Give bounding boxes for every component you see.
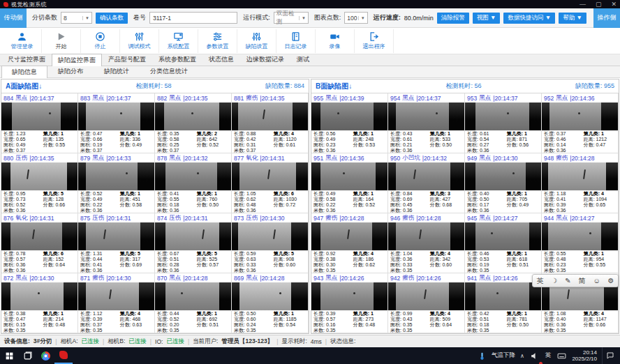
weather-text[interactable]: 气温下降 [492, 351, 515, 360]
defect-image[interactable] [155, 282, 231, 310]
start-button-icon[interactable] [0, 347, 18, 364]
defect-cell[interactable]: 882黑点|20:14:35长度: 0.35第几类: 2宽度: 0.58距离: … [155, 93, 232, 153]
help-menu-button[interactable]: 帮助 ▼ [559, 13, 586, 24]
defect-cell[interactable]: 943黑点|20:14:26长度: 0.39第几类: 1宽度: 0.57距离: … [311, 273, 388, 333]
weather-icon[interactable] [477, 347, 487, 364]
browser-icon[interactable] [36, 347, 54, 364]
defect-cell[interactable]: 947擦伤|20:14:28长度: 0.92第几类: 4宽度: 0.38距离: … [311, 213, 388, 273]
defect-image[interactable] [388, 282, 464, 310]
defect-image[interactable] [465, 103, 541, 130]
defect-image[interactable] [465, 162, 541, 190]
defect-cell[interactable]: 871擦伤|20:14:30长度: 1.12第几类: 4宽度: 0.39距离: … [78, 273, 155, 333]
panel-a-title[interactable]: A面缺陷图↓ [6, 82, 42, 91]
defect-image[interactable] [155, 222, 231, 250]
roll-number-input[interactable]: 3117-1 [149, 12, 237, 24]
tab-main-3[interactable]: 产品型号配置 [102, 53, 152, 66]
defect-cell[interactable]: 878黑点|20:14:32长度: 0.41第几类: 1宽度: 0.55距离: … [155, 153, 232, 213]
action-center-icon[interactable] [602, 347, 617, 364]
action-system-config-button[interactable]: 系统配置 [159, 29, 198, 53]
defect-image[interactable] [1, 282, 78, 310]
drive-side-button[interactable]: 传动侧 [0, 8, 27, 28]
defect-cell[interactable]: 950小凹坑|20:14:32长度: 0.84第几类: 3宽度: 0.69距离:… [388, 153, 465, 213]
tab-main-7[interactable]: 测试 [290, 53, 316, 66]
defect-image[interactable] [1, 222, 78, 250]
defect-cell[interactable]: 875压伤|20:14:31长度: 1.31第几类: 5宽度: 0.44距离: … [78, 213, 155, 273]
panel-b-title[interactable]: B面缺陷图↓ [316, 82, 352, 91]
defect-cell[interactable]: 953黑点|20:14:37长度: 0.61第几类: 1宽度: 0.54距离: … [465, 93, 542, 153]
tab-sub-4[interactable]: 分类信息统计 [140, 65, 198, 77]
defect-cell[interactable]: 951黑点|20:14:36长度: 0.49第几类: 1宽度: 0.58距离: … [311, 153, 388, 213]
defect-cell[interactable]: 883黑点|20:14:37长度: 0.47第几类: 1宽度: 0.66距离: … [78, 93, 155, 153]
defect-cell[interactable]: 873压伤|20:14:30长度: 0.59第几类: 5宽度: 0.63距离: … [232, 213, 309, 273]
view-menu-button[interactable]: 视图 ▼ [473, 13, 501, 24]
tab-sub-3[interactable]: 缺陷统计 [94, 65, 140, 77]
simplified-icon[interactable]: 简 [579, 276, 586, 286]
tab-main-6[interactable]: 边缘数据记录 [240, 53, 290, 66]
defect-cell[interactable]: 948擦伤|20:14:28长度: 1.18第几类: 4宽度: 0.41距离: … [542, 153, 619, 213]
defect-image[interactable] [1, 162, 78, 190]
defect-image[interactable] [232, 222, 308, 250]
defect-cell[interactable]: 941黑点|20:14:26长度: 0.42第几类: 1宽度: 0.51距离: … [465, 273, 542, 333]
action-param-settings-button[interactable]: 参数设置 [198, 29, 237, 53]
defect-cell[interactable]: 949黑点|20:14:30长度: 0.40第几类: 1宽度: 0.50距离: … [465, 153, 542, 213]
defect-image[interactable] [311, 103, 388, 130]
clear-alarm-button[interactable]: 清除报警 [437, 13, 469, 24]
defect-cell[interactable]: 876氧化|20:14:31长度: 0.78第几类: 6宽度: 0.57距离: … [1, 213, 78, 273]
defect-image[interactable] [78, 282, 154, 310]
defect-image[interactable] [1, 103, 78, 130]
action-defect-settings-button[interactable]: 缺陷设置 [237, 29, 276, 53]
defect-image[interactable] [232, 282, 308, 310]
operator-side-button[interactable]: 操作侧 [593, 8, 620, 28]
defect-cell[interactable]: 881擦伤|20:14:35长度: 0.88第几类: 4宽度: 0.42距离: … [232, 93, 309, 153]
defect-image[interactable] [388, 162, 464, 190]
defect-image[interactable] [542, 103, 618, 130]
defect-cell[interactable]: 869黑点|20:14:28长度: 0.50第几类: 1宽度: 0.60距离: … [232, 273, 309, 333]
defect-image[interactable] [155, 162, 231, 190]
action-log-record-button[interactable]: 日志记录 [276, 29, 316, 53]
emoji-icon[interactable]: ☺ [593, 277, 600, 285]
defect-cell[interactable]: 945黑点|20:14:27长度: 0.46第几类: 1宽度: 0.53距离: … [465, 213, 542, 273]
tab-sub-1[interactable]: 缺陷信息 [1, 66, 47, 78]
action-debug-mode-button[interactable]: 调试模式 [120, 29, 159, 53]
defect-cell[interactable]: 942擦伤|20:14:26长度: 0.99第几类: 4宽度: 0.43距离: … [388, 273, 465, 333]
defect-cell[interactable]: 955黑点|20:14:39长度: 0.56第几类: 1宽度: 0.49距离: … [311, 93, 388, 153]
tab-main-4[interactable]: 系统参数配置 [152, 53, 202, 66]
inspection-app-taskbar-icon[interactable] [54, 347, 73, 364]
defect-cell[interactable]: 946擦伤|20:14:28长度: 1.04第几类: 4宽度: 0.36距离: … [388, 213, 465, 273]
close-icon[interactable]: ✕ [611, 0, 617, 8]
defect-image[interactable] [311, 282, 388, 310]
defect-cell[interactable]: 874压伤|20:14:31长度: 0.67第几类: 5宽度: 0.51距离: … [155, 213, 232, 273]
defect-cell[interactable]: 954黑点|20:14:37长度: 0.43第几类: 1宽度: 0.61距离: … [388, 93, 465, 153]
defect-cell[interactable]: 880压伤|20:14:35长度: 0.95第几类: 5宽度: 0.73距离: … [1, 153, 78, 213]
tab-main-2[interactable]: 缺陷监控界面 [52, 54, 102, 66]
settings-icon[interactable]: ⚙ [608, 277, 614, 285]
defect-cell[interactable]: 952黑点|20:14:36长度: 0.37第几类: 1宽度: 0.46距离: … [542, 93, 619, 153]
task-view-icon[interactable] [18, 347, 36, 364]
tray-expand-icon[interactable]: ∧ [520, 353, 524, 359]
volume-icon[interactable] [529, 347, 540, 364]
run-mode-select[interactable]: 双面检测▼ [274, 12, 309, 24]
defect-cell[interactable]: 884黑点|20:14:37长度: 1.23第几类: 1宽度: 0.65距离: … [1, 93, 78, 153]
defect-cell[interactable]: 872黑点|20:14:30长度: 0.38第几类: 1宽度: 0.47距离: … [1, 273, 78, 333]
action-stop-button[interactable]: 停止 [81, 29, 120, 53]
tab-sub-2[interactable]: 缺陷分布 [47, 65, 94, 77]
defect-image[interactable] [78, 162, 154, 190]
lang-toggle[interactable]: 英 [536, 276, 543, 286]
chart-points-select[interactable]: 100▼ [344, 12, 367, 24]
tab-main-5[interactable]: 状态信息 [202, 53, 240, 66]
defect-image[interactable] [388, 103, 464, 130]
defect-image[interactable] [542, 162, 618, 190]
defect-cell[interactable]: 879黑点|20:14:33长度: 0.52第几类: 1宽度: 0.49距离: … [78, 153, 155, 213]
tab-main-1[interactable]: 尺寸监控界面 [1, 53, 52, 66]
slit-count-select[interactable]: 8▼ [61, 12, 92, 24]
action-video-record-button[interactable]: 录像 [316, 29, 355, 53]
keyboard-icon[interactable] [556, 347, 567, 364]
defect-cell[interactable]: 870黑点|20:14:28长度: 0.44第几类: 1宽度: 0.52距离: … [155, 273, 232, 333]
defect-image[interactable] [311, 222, 388, 250]
defect-image[interactable] [465, 222, 541, 250]
action-start-button[interactable]: 开始 [42, 29, 81, 53]
defect-image[interactable] [155, 103, 231, 130]
defect-image[interactable] [465, 282, 541, 310]
pen-icon[interactable]: ✎ [565, 277, 570, 285]
data-quick-access-button[interactable]: 数据快捷访问 ▼ [503, 13, 555, 24]
